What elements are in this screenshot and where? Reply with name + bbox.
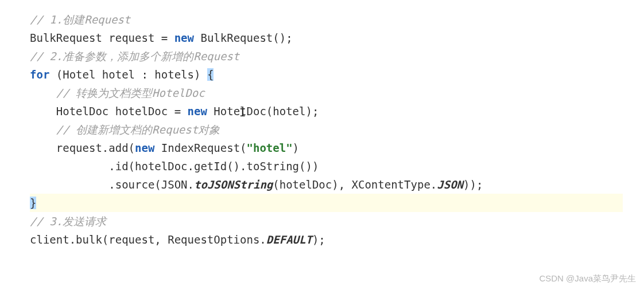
code-text: (Hotel hotel : hotels) [49,68,207,81]
code-text: HotelDoc hotelDoc = [56,105,188,117]
static-field: JSON [437,178,463,191]
code-text: .id(hotelDoc.getId().toString()) [108,160,319,173]
keyword-new: new [174,32,194,44]
code-text: client.bulk(request, RequestOptions. [30,233,266,246]
comment-line: // 2.准备参数，添加多个新增的Request [30,50,239,62]
code-text: Doc(hotel); [247,105,319,117]
code-text: BulkRequest request = [30,32,174,44]
code-text: IndexRequest( [154,142,246,154]
brace-open-highlight: { [207,68,214,81]
keyword-for: for [30,68,49,81]
comment-line: // 转换为文档类型HotelDoc [56,87,205,99]
comment-line: // 3.发送请求 [30,215,106,228]
static-field: DEFAULT [266,233,312,246]
watermark-text: CSDN @Java菜鸟尹先生 [539,273,636,284]
code-text: Hote [207,105,240,117]
code-text: BulkRequest(); [194,32,293,44]
code-text: .source(JSON. [108,178,194,191]
comment-line: // 1.创建Request [30,13,130,26]
string-literal: "hotel" [247,142,293,154]
text-cursor: l [240,102,246,120]
code-text: request.add( [56,142,135,154]
comment-line: // 创建新增文档的Request对象 [56,123,220,136]
highlight-line: } [30,194,623,212]
code-text: )); [463,178,483,191]
brace-close-highlight: } [30,197,36,209]
static-method: toJSONString [194,178,273,191]
code-text: ) [293,142,299,154]
code-text: (hotelDoc), XContentType. [273,178,437,191]
code-text: ); [312,233,325,246]
keyword-new: new [188,105,207,117]
code-block: // 1.创建Request BulkRequest request = new… [0,0,644,249]
keyword-new: new [135,142,154,154]
